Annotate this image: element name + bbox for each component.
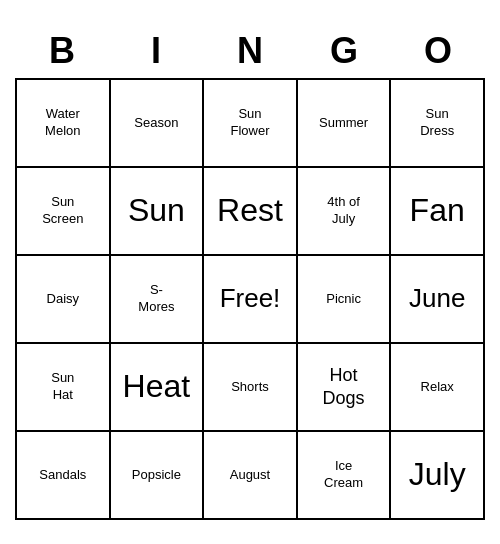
cell-r0-c3: Summer — [297, 79, 391, 167]
cell-text-r3-c1: Heat — [123, 368, 191, 404]
bingo-header: B I N G O — [15, 24, 485, 78]
cell-text-r0-c2: SunFlower — [230, 106, 269, 138]
cell-r3-c3: HotDogs — [297, 343, 391, 431]
cell-r2-c1: S-Mores — [110, 255, 204, 343]
header-g: G — [297, 24, 391, 78]
cell-text-r1-c3: 4th ofJuly — [327, 194, 360, 226]
cell-text-r3-c3: HotDogs — [323, 365, 365, 408]
cell-r4-c1: Popsicle — [110, 431, 204, 519]
header-n: N — [203, 24, 297, 78]
cell-r1-c2: Rest — [203, 167, 297, 255]
cell-text-r4-c2: August — [230, 467, 270, 482]
cell-text-r2-c4: June — [409, 283, 465, 313]
cell-r1-c0: SunScreen — [16, 167, 110, 255]
cell-r3-c4: Relax — [390, 343, 484, 431]
cell-r2-c2: Free! — [203, 255, 297, 343]
cell-text-r1-c2: Rest — [217, 192, 283, 228]
cell-text-r4-c0: Sandals — [39, 467, 86, 482]
cell-r2-c0: Daisy — [16, 255, 110, 343]
cell-r0-c2: SunFlower — [203, 79, 297, 167]
cell-r3-c0: SunHat — [16, 343, 110, 431]
cell-r1-c3: 4th ofJuly — [297, 167, 391, 255]
cell-text-r3-c4: Relax — [421, 379, 454, 394]
cell-r1-c1: Sun — [110, 167, 204, 255]
cell-r1-c4: Fan — [390, 167, 484, 255]
header-i: I — [109, 24, 203, 78]
cell-r4-c2: August — [203, 431, 297, 519]
cell-r2-c3: Picnic — [297, 255, 391, 343]
cell-text-r1-c1: Sun — [128, 192, 185, 228]
cell-text-r0-c3: Summer — [319, 115, 368, 130]
cell-r0-c4: SunDress — [390, 79, 484, 167]
cell-text-r4-c1: Popsicle — [132, 467, 181, 482]
cell-r3-c1: Heat — [110, 343, 204, 431]
cell-text-r1-c0: SunScreen — [42, 194, 83, 226]
cell-text-r2-c1: S-Mores — [138, 282, 174, 314]
cell-text-r0-c4: SunDress — [420, 106, 454, 138]
cell-text-r2-c0: Daisy — [47, 291, 80, 306]
cell-r4-c0: Sandals — [16, 431, 110, 519]
bingo-grid: WaterMelonSeasonSunFlowerSummerSunDressS… — [15, 78, 485, 520]
cell-text-r4-c4: July — [409, 456, 466, 492]
cell-r4-c3: IceCream — [297, 431, 391, 519]
header-b: B — [15, 24, 109, 78]
cell-text-r3-c0: SunHat — [51, 370, 74, 402]
cell-text-r0-c1: Season — [134, 115, 178, 130]
cell-text-r0-c0: WaterMelon — [45, 106, 80, 138]
cell-r2-c4: June — [390, 255, 484, 343]
cell-text-r2-c3: Picnic — [326, 291, 361, 306]
cell-text-r1-c4: Fan — [410, 192, 465, 228]
header-o: O — [391, 24, 485, 78]
cell-r4-c4: July — [390, 431, 484, 519]
cell-text-r4-c3: IceCream — [324, 458, 363, 490]
cell-r0-c1: Season — [110, 79, 204, 167]
cell-text-r3-c2: Shorts — [231, 379, 269, 394]
cell-r0-c0: WaterMelon — [16, 79, 110, 167]
cell-r3-c2: Shorts — [203, 343, 297, 431]
cell-text-r2-c2: Free! — [220, 283, 281, 313]
